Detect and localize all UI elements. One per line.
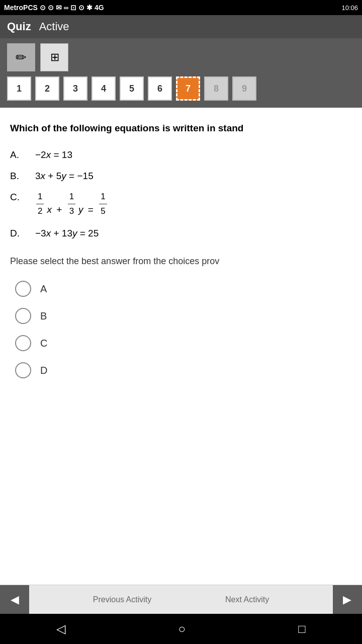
bottom-nav: ◀ Previous Activity Next Activity ▶ <box>0 585 362 614</box>
radio-c-label: C <box>40 338 47 349</box>
home-button[interactable]: ○ <box>178 622 186 636</box>
system-nav-bar: ◁ ○ □ <box>0 614 362 644</box>
fraction-1-5: 1 5 <box>99 190 107 217</box>
fraction-1-3: 1 3 <box>68 190 75 217</box>
page-btn-3[interactable]: 3 <box>63 76 87 101</box>
choice-b-content: 3x + 5y = −15 <box>35 169 352 184</box>
pencil-icon: ✏ <box>16 50 27 65</box>
radio-b-circle[interactable] <box>15 308 31 324</box>
instruction-text: Please select the best answer from the c… <box>10 256 352 267</box>
time-text: 10:06 <box>341 4 358 12</box>
status-bar: MetroPCS ⊙ ⊙ ✉ ∞ ⊡ ⊙ ✱ 4G 10:06 <box>0 0 362 15</box>
radio-b-label: B <box>40 310 47 322</box>
next-arrow-icon: ▶ <box>343 593 351 606</box>
header: Quiz Active <box>0 15 362 38</box>
page-btn-7[interactable]: 7 <box>176 76 200 101</box>
choice-d-letter: D. <box>10 226 35 241</box>
question-text: Which of the following equations is writ… <box>10 122 352 135</box>
pagination-bar: 1 2 3 4 5 6 7 8 9 <box>0 71 362 108</box>
page-title: Quiz <box>7 20 31 33</box>
next-activity-label: Next Activity <box>215 595 279 604</box>
radio-d-circle[interactable] <box>15 362 31 378</box>
page-btn-8: 8 <box>204 76 228 101</box>
page-btn-5[interactable]: 5 <box>120 76 144 101</box>
page-btn-6[interactable]: 6 <box>148 76 172 101</box>
prev-activity-label: Previous Activity <box>83 595 161 604</box>
question-container: Which of the following equations is writ… <box>0 108 362 404</box>
choice-a-letter: A. <box>10 147 35 163</box>
choice-d-content: −3x + 13y = 25 <box>35 226 352 241</box>
choice-b-row: B. 3x + 5y = −15 <box>10 169 352 184</box>
radio-option-d[interactable]: D <box>15 362 352 378</box>
radio-d-label: D <box>40 365 47 376</box>
radio-option-b[interactable]: B <box>15 308 352 324</box>
page-btn-9: 9 <box>232 76 256 101</box>
page-btn-1[interactable]: 1 <box>7 76 31 101</box>
calculator-icon: ⊞ <box>50 51 59 64</box>
choice-a-row: A. −2x = 13 <box>10 147 352 163</box>
prev-activity-btn[interactable]: ◀ <box>0 585 29 614</box>
choice-c-row: C. 1 2 x + 1 3 y = 1 5 <box>10 190 352 217</box>
choice-c-letter: C. <box>10 190 35 205</box>
choice-b-letter: B. <box>10 169 35 184</box>
toolbar: ✏ ⊞ <box>0 38 362 71</box>
radio-a-label: A <box>40 283 47 295</box>
status-badge: Active <box>39 20 69 33</box>
prev-arrow-icon: ◀ <box>11 593 19 606</box>
next-activity-btn[interactable]: ▶ <box>333 585 362 614</box>
radio-option-c[interactable]: C <box>15 335 352 351</box>
page-btn-4[interactable]: 4 <box>92 76 116 101</box>
radio-c-circle[interactable] <box>15 335 31 351</box>
recents-button[interactable]: □ <box>298 622 306 636</box>
page-btn-2[interactable]: 2 <box>35 76 59 101</box>
radio-option-a[interactable]: A <box>15 281 352 297</box>
choice-d-row: D. −3x + 13y = 25 <box>10 226 352 241</box>
carrier-text: MetroPCS ⊙ ⊙ ✉ ∞ ⊡ ⊙ ✱ 4G <box>4 4 104 12</box>
radio-a-circle[interactable] <box>15 281 31 297</box>
choice-a-content: −2x = 13 <box>35 147 352 163</box>
pencil-button[interactable]: ✏ <box>7 43 35 71</box>
fraction-1-2: 1 2 <box>36 190 44 217</box>
choice-c-content: 1 2 x + 1 3 y = 1 5 <box>35 190 352 217</box>
radio-group: A B C D <box>10 281 352 378</box>
back-button[interactable]: ◁ <box>56 622 65 636</box>
calculator-button[interactable]: ⊞ <box>40 43 68 71</box>
